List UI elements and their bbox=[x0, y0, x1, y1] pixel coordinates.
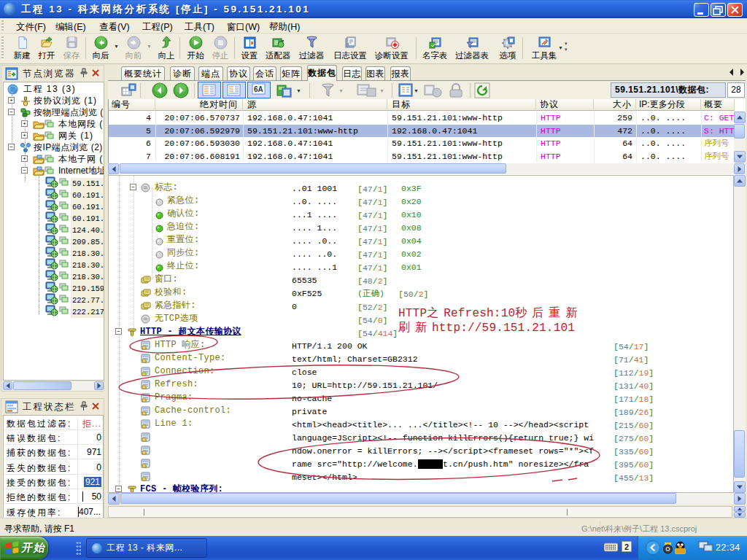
svg-text:6A: 6A bbox=[254, 85, 263, 93]
